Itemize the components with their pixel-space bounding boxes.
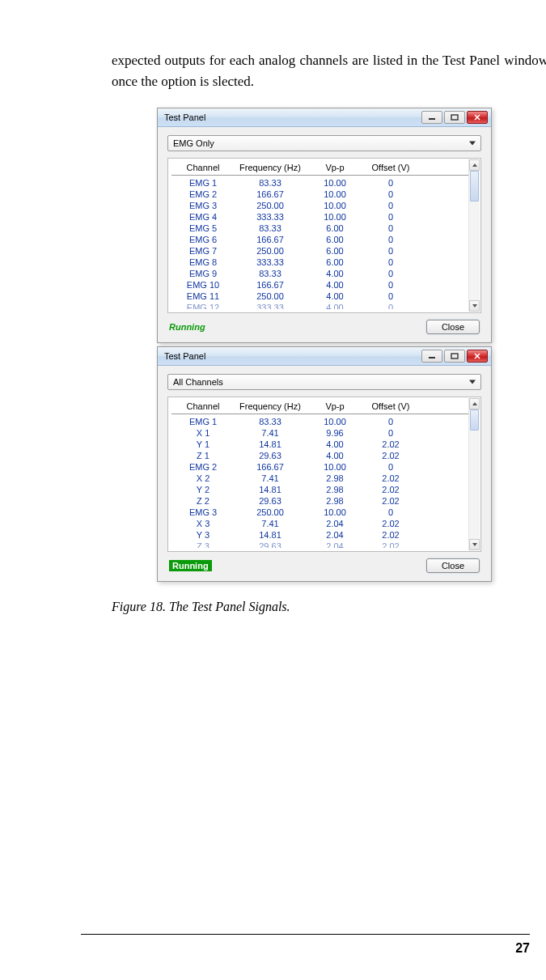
cell: EMG 1 (173, 178, 233, 188)
table-row: X 17.419.960 (171, 427, 469, 439)
page-footer: 27 (81, 934, 530, 956)
column-header: Channel (173, 163, 233, 172)
cell: 29.63 (233, 496, 307, 506)
cell: 2.98 (307, 485, 362, 494)
table-row: EMG 3250.0010.000 (171, 200, 469, 211)
cell: 10.00 (307, 201, 362, 210)
table-row: EMG 183.3310.000 (171, 416, 469, 427)
svg-rect-7 (451, 354, 458, 358)
cell: 2.02 (362, 473, 419, 483)
cell: 2.02 (362, 541, 419, 548)
cell: 333.33 (233, 212, 307, 222)
cell: 83.33 (233, 269, 307, 278)
table-row: EMG 3250.0010.000 (171, 507, 469, 518)
table-header-row: ChannelFrequency (Hz)Vp-pOffset (V) (171, 162, 469, 176)
cell: 250.00 (233, 246, 307, 256)
cell: 0 (362, 223, 419, 233)
cell: EMG 2 (173, 462, 233, 472)
cell: EMG 10 (173, 280, 233, 290)
cell: 0 (362, 462, 419, 472)
cell: 0 (362, 257, 419, 267)
svg-marker-4 (472, 163, 477, 167)
scrollbar-thumb[interactable] (470, 409, 479, 431)
cell: Y 1 (173, 439, 233, 449)
test-panel-window: Test PanelAll ChannelsChannelFrequency (… (157, 346, 492, 582)
cell: 166.67 (233, 280, 307, 290)
scrollbar-thumb[interactable] (470, 171, 479, 202)
close-button[interactable]: Close (426, 558, 480, 573)
window-titlebar[interactable]: Test Panel (158, 347, 491, 366)
close-button[interactable]: Close (426, 320, 480, 334)
cell: EMG 3 (173, 507, 233, 517)
signal-table: ChannelFrequency (Hz)Vp-pOffset (V)EMG 1… (167, 158, 481, 313)
cell: Z 2 (173, 496, 233, 506)
cell: Z 3 (173, 541, 233, 548)
table-row: EMG 2166.6710.000 (171, 189, 469, 200)
window-title: Test Panel (164, 112, 205, 122)
cell: 2.02 (362, 530, 419, 540)
cell: 4.00 (307, 291, 362, 301)
scroll-down-button[interactable] (469, 300, 480, 312)
running-status: Running (169, 322, 205, 332)
vertical-scrollbar[interactable] (468, 159, 480, 312)
cell: 14.81 (233, 485, 307, 494)
cell: X 1 (173, 428, 233, 438)
table-row: Y 314.812.042.02 (171, 529, 469, 541)
cell: 7.41 (233, 473, 307, 483)
table-row: X 27.412.982.02 (171, 473, 469, 484)
cell: 14.81 (233, 530, 307, 540)
mode-dropdown[interactable]: All Channels (167, 374, 481, 390)
cell: 333.33 (233, 303, 307, 309)
scroll-up-button[interactable] (469, 159, 480, 171)
cell: 2.02 (362, 451, 419, 460)
table-row: EMG 8333.336.000 (171, 257, 469, 268)
cell: EMG 3 (173, 201, 233, 210)
scroll-down-button[interactable] (469, 539, 480, 550)
close-window-button[interactable] (467, 350, 488, 363)
cell: 10.00 (307, 212, 362, 222)
cell: 4.00 (307, 269, 362, 278)
table-row: Z 229.632.982.02 (171, 495, 469, 507)
cell: 166.67 (233, 235, 307, 244)
cell: 0 (362, 246, 419, 256)
table-row: EMG 4333.3310.000 (171, 211, 469, 223)
cell: 6.00 (307, 246, 362, 256)
cell: Y 3 (173, 530, 233, 540)
svg-marker-10 (472, 402, 477, 405)
cell: 7.41 (233, 519, 307, 528)
svg-marker-5 (472, 304, 477, 308)
cell: 2.02 (362, 496, 419, 506)
cell: 250.00 (233, 507, 307, 517)
cell: 6.00 (307, 257, 362, 267)
cell: 2.98 (307, 496, 362, 506)
mode-dropdown[interactable]: EMG Only (167, 135, 481, 151)
column-header: Channel (173, 401, 233, 411)
cell: EMG 5 (173, 223, 233, 233)
close-window-button[interactable] (467, 111, 488, 124)
cell: 10.00 (307, 178, 362, 188)
cell: EMG 9 (173, 269, 233, 278)
signal-table: ChannelFrequency (Hz)Vp-pOffset (V)EMG 1… (167, 397, 481, 552)
cell: 14.81 (233, 439, 307, 449)
maximize-button[interactable] (444, 350, 465, 363)
maximize-button[interactable] (444, 111, 465, 124)
running-status: Running (169, 560, 212, 571)
cell: 0 (362, 417, 419, 426)
minimize-button[interactable] (421, 111, 442, 124)
mode-dropdown-value: All Channels (173, 377, 223, 387)
cell: 83.33 (233, 223, 307, 233)
cell: 29.63 (233, 541, 307, 548)
cell: 7.41 (233, 428, 307, 438)
cell: 4.00 (307, 303, 362, 309)
chevron-down-icon (469, 142, 476, 146)
minimize-button[interactable] (421, 350, 442, 363)
svg-rect-6 (429, 357, 435, 358)
table-row: EMG 10166.674.000 (171, 279, 469, 291)
window-titlebar[interactable]: Test Panel (158, 108, 491, 127)
scroll-up-button[interactable] (469, 398, 480, 409)
mode-dropdown-value: EMG Only (173, 138, 214, 148)
cell: Z 1 (173, 451, 233, 460)
cell: 166.67 (233, 189, 307, 199)
vertical-scrollbar[interactable] (468, 398, 480, 550)
table-row: X 37.412.042.02 (171, 518, 469, 529)
